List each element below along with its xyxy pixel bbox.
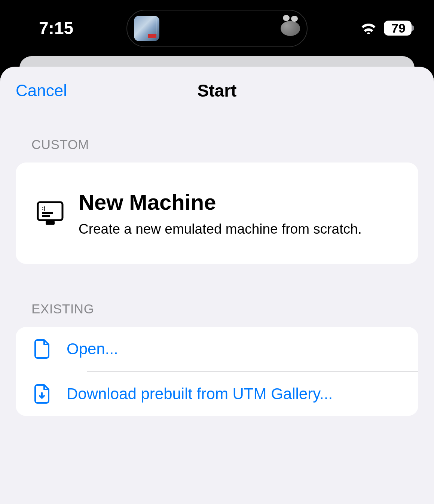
- wifi-icon: [360, 22, 377, 34]
- new-machine-desc: Create a new emulated machine from scrat…: [79, 221, 400, 237]
- download-gallery-row[interactable]: Download prebuilt from UTM Gallery...: [16, 372, 418, 416]
- computer-terminal-icon: :(: [37, 200, 64, 227]
- open-label: Open...: [67, 340, 118, 358]
- svg-rect-4: [46, 221, 55, 225]
- modal-sheet: Cancel Start CUSTOM :( New Machine Creat…: [0, 67, 434, 504]
- now-playing-artwork-icon: [134, 16, 159, 41]
- battery-level: 79: [384, 21, 412, 36]
- status-time: 7:15: [22, 18, 73, 38]
- section-header-existing: EXISTING: [0, 264, 434, 320]
- new-machine-card[interactable]: :( New Machine Create a new emulated mac…: [16, 163, 418, 264]
- status-right: 79: [360, 21, 412, 36]
- document-icon: [34, 339, 52, 359]
- document-download-icon: [34, 384, 52, 404]
- cancel-button[interactable]: Cancel: [16, 81, 67, 100]
- open-row[interactable]: Open...: [16, 327, 418, 371]
- modal-title: Start: [198, 81, 237, 101]
- status-bar: 7:15 79: [0, 0, 434, 56]
- download-gallery-label: Download prebuilt from UTM Gallery...: [67, 385, 333, 403]
- new-machine-title: New Machine: [79, 189, 400, 215]
- pip-blob-icon: [281, 21, 300, 36]
- existing-list: Open... Download prebuilt from UTM Galle…: [16, 327, 418, 416]
- svg-text::(: :(: [42, 205, 46, 211]
- svg-rect-0: [38, 202, 62, 220]
- modal-header: Cancel Start: [0, 67, 434, 115]
- dynamic-island[interactable]: [126, 10, 308, 47]
- section-header-custom: CUSTOM: [0, 115, 434, 156]
